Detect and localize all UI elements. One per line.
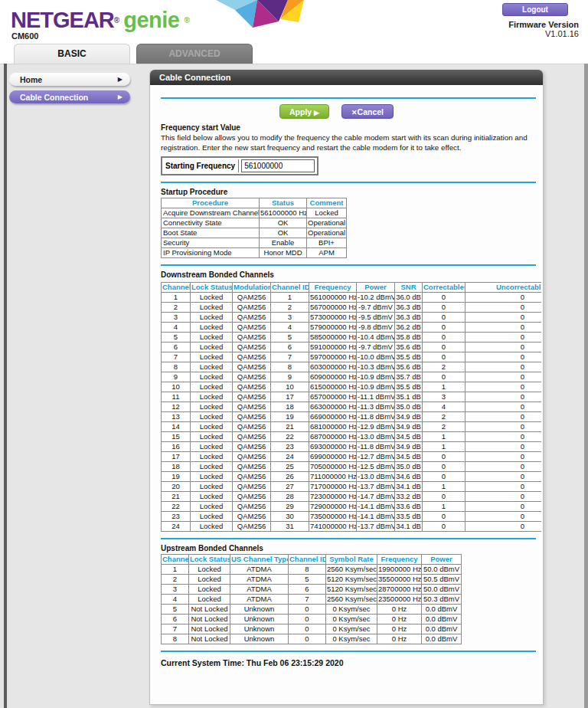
table-row: 7LockedQAM2567597000000 Hz-10.0 dBmV35.5… (162, 352, 542, 362)
table-cell: 34.5 dB (395, 451, 423, 461)
table-cell: ATDMA (230, 584, 289, 594)
table-cell: -14.1 dBmV (357, 511, 395, 521)
table-cell: 0 (423, 332, 466, 342)
table-cell: 3 (162, 312, 191, 322)
table-cell: 24 (271, 451, 309, 461)
panel-body: Apply ▶ ✕Cancel Frequency start Value Th… (150, 85, 543, 667)
arrow-right-icon: ▶ (314, 109, 319, 116)
table-cell: Locked (191, 402, 233, 411)
table-cell: 2560 Ksym/sec (326, 564, 377, 574)
sidebar-item-home[interactable]: Home ▶ (9, 73, 130, 86)
tab-advanced[interactable]: ADVANCED (136, 44, 253, 64)
table-cell: 0 (466, 332, 542, 342)
table-cell: 5 (162, 332, 191, 342)
table-cell: QAM256 (233, 362, 271, 372)
table-row: 20LockedQAM25627717000000 Hz-13.7 dBmV34… (162, 481, 542, 491)
table-row: 14LockedQAM25621681000000 Hz-12.9 dBmV34… (162, 421, 542, 431)
table-cell: Locked (191, 342, 233, 352)
table-cell: 33.2 dB (395, 491, 423, 501)
table-cell: 8 (162, 634, 189, 644)
starting-frequency-input[interactable] (241, 159, 315, 172)
table-cell: 585000000 Hz (309, 332, 357, 342)
table-cell: 17 (271, 392, 309, 402)
table-row: 15LockedQAM25622687000000 Hz-13.0 dBmV34… (162, 431, 542, 441)
table-cell: 21 (162, 491, 191, 501)
table-cell: Locked (189, 584, 230, 594)
table-cell: 0 (466, 461, 542, 471)
table-cell: Locked (191, 362, 233, 372)
startup-procedure-title: Startup Procedure (161, 188, 543, 196)
table-cell: 9 (271, 372, 309, 382)
table-row: 18LockedQAM25625705000000 Hz-12.5 dBmV35… (162, 461, 542, 471)
table-cell: 35500000 Hz (377, 574, 422, 584)
table-cell: -10.9 dBmV (357, 382, 395, 392)
table-cell: 25 (271, 461, 309, 471)
table-cell: 615000000 Hz (309, 382, 357, 392)
table-cell: 22 (271, 431, 309, 441)
table-row: 6Not LockedUnknown00 Ksym/sec0 Hz0.0 dBm… (162, 614, 462, 624)
table-cell: 14 (162, 421, 191, 431)
table-cell: 0 (466, 382, 542, 392)
table-cell: 573000000 Hz (309, 312, 357, 322)
logout-button[interactable]: Logout (502, 3, 568, 16)
table-cell: -11.8 dBmV (357, 411, 395, 421)
table-cell: 0.0 dBmV (422, 634, 462, 644)
firmware-version-label: Firmware Version (508, 20, 579, 29)
table-cell: -14.1 dBmV (357, 501, 395, 511)
table-cell: 693000000 Hz (309, 441, 357, 451)
table-cell: 1 (423, 481, 466, 491)
table-cell: -10.4 dBmV (357, 332, 395, 342)
table-cell: 34.1 dB (395, 521, 423, 531)
cancel-button[interactable]: ✕Cancel (341, 104, 394, 119)
downstream-channels-title: Downstream Bonded Channels (161, 270, 543, 279)
right-edge-divider (584, 64, 588, 708)
table-cell: 4 (423, 402, 466, 411)
table-cell: 0 (466, 471, 542, 481)
table-cell: 5 (271, 332, 309, 342)
table-row: 2LockedATDMA55120 Ksym/sec35500000 Hz50.… (162, 574, 462, 584)
table-cell: 699000000 Hz (309, 451, 357, 461)
table-cell: QAM256 (233, 501, 271, 511)
table-cell: ATDMA (230, 564, 289, 574)
table-cell: 10 (162, 382, 191, 392)
table-cell: 0 (466, 302, 542, 312)
apply-button[interactable]: Apply ▶ (279, 104, 329, 119)
table-row: 9LockedQAM2569609000000 Hz-10.9 dBmV35.7… (162, 372, 542, 382)
genie-wordmark: genie (123, 8, 179, 32)
table-cell: 711000000 Hz (309, 471, 357, 481)
table-cell: 7 (162, 352, 191, 362)
arrow-right-icon: ▶ (118, 76, 122, 83)
tab-basic[interactable]: BASIC (14, 44, 130, 64)
table-row: 3LockedQAM2563573000000 Hz-9.5 dBmV36.3 … (162, 312, 542, 322)
table-cell: 0 (423, 322, 466, 332)
table-cell: 591000000 Hz (309, 342, 357, 352)
table-cell: 0 (466, 342, 542, 352)
table-cell: 663000000 Hz (309, 402, 357, 411)
table-cell: QAM256 (233, 521, 271, 531)
table-cell: 0 (466, 441, 542, 451)
table-cell: 36.2 dB (395, 322, 423, 332)
table-cell: -11.8 dBmV (357, 441, 395, 451)
table-cell: QAM256 (233, 431, 271, 441)
table-cell: 30 (271, 511, 309, 521)
table-cell: 34.5 dB (395, 431, 423, 441)
table-cell: 20 (162, 481, 191, 491)
sidebar-item-cable-connection[interactable]: Cable Connection ▶ (9, 90, 130, 103)
table-cell: 681000000 Hz (309, 421, 357, 431)
table-cell: -12.7 dBmV (357, 451, 395, 461)
column-header: Channel (162, 282, 191, 292)
column-header: Channel ID (289, 554, 326, 564)
table-cell: Unknown (230, 614, 289, 624)
table-cell: 0 (423, 491, 466, 501)
table-cell: 0 (466, 511, 542, 521)
frequency-section-description: This field below allows you to modify th… (161, 133, 537, 153)
table-cell: Enable (260, 238, 307, 247)
brand-logo: NETGEAR®genie® (11, 8, 189, 33)
column-header: Frequency (309, 282, 357, 292)
table-cell: QAM256 (233, 471, 271, 481)
table-cell: 8 (271, 362, 309, 372)
table-cell: QAM256 (233, 511, 271, 521)
table-cell: 0 (423, 471, 466, 481)
table-cell: 0 (466, 451, 542, 461)
table-cell: 3 (162, 584, 189, 594)
